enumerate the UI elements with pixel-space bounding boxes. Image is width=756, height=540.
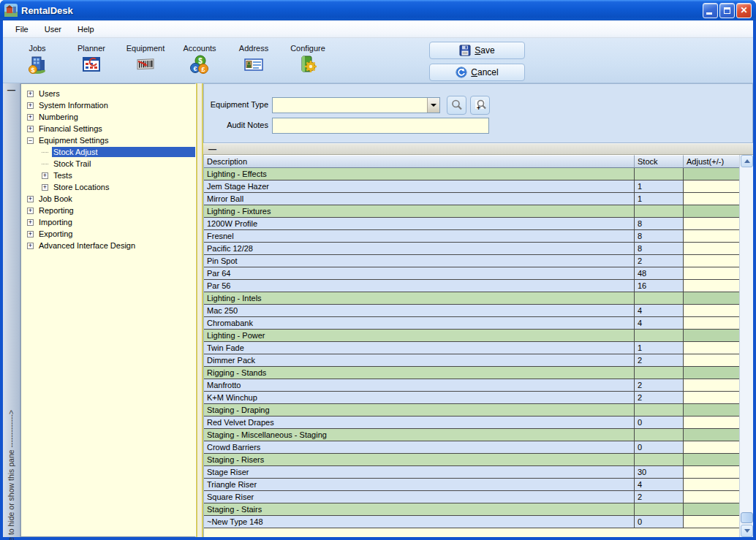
tool-equipment[interactable]: Equipment (118, 44, 173, 75)
table-row[interactable]: K+M Winchup 2 (204, 392, 753, 404)
tree-item[interactable]: + System Information (21, 99, 195, 111)
table-row[interactable]: Par 64 48 (204, 267, 753, 280)
tree-expander-icon[interactable]: + (27, 196, 34, 202)
cell-adjust[interactable] (684, 503, 740, 516)
table-row[interactable]: Lighting - Power (204, 330, 753, 342)
tree-expander-icon[interactable]: + (27, 243, 34, 249)
tree-expander-icon[interactable]: − (27, 137, 34, 144)
table-row[interactable]: Pacific 12/28 8 (204, 243, 753, 255)
tree-expander-icon[interactable]: + (27, 208, 34, 214)
table-row[interactable]: Par 56 16 (204, 280, 753, 292)
tree-expander-icon[interactable]: + (27, 126, 34, 132)
minimize-button[interactable] (703, 3, 718, 18)
collapse-section-button[interactable]: — (208, 145, 216, 153)
scrollbar-thumb[interactable] (741, 512, 753, 523)
tree-item[interactable]: + Financial Settings (21, 123, 195, 134)
cancel-button[interactable]: Cancel (429, 64, 525, 81)
pane-splitter[interactable] (196, 83, 203, 537)
table-row[interactable]: Jem Stage Hazer 1 (204, 180, 753, 193)
table-row[interactable]: Chromabank 4 (204, 317, 753, 330)
cell-adjust[interactable] (684, 317, 740, 330)
table-row[interactable]: Staging - Stairs (204, 503, 753, 516)
menu-help[interactable]: Help (71, 23, 101, 36)
titlebar[interactable]: RentalDesk ✕ (0, 0, 756, 20)
cell-adjust[interactable] (684, 267, 740, 280)
cell-adjust[interactable] (684, 168, 740, 180)
table-row[interactable]: Mirror Ball 1 (204, 193, 753, 205)
cell-adjust[interactable] (684, 280, 740, 292)
cell-adjust[interactable] (684, 292, 740, 305)
cell-adjust[interactable] (684, 218, 740, 230)
tree-item[interactable]: + Importing (21, 216, 195, 228)
menu-user[interactable]: User (38, 23, 68, 36)
table-row[interactable]: Pin Spot 2 (204, 255, 753, 267)
column-header-description[interactable]: Description (204, 155, 635, 168)
tool-accounts[interactable]: Accounts $ € £ (173, 44, 227, 75)
cell-adjust[interactable] (684, 379, 740, 392)
tree-expander-icon[interactable]: + (27, 114, 34, 121)
scroll-up-button[interactable] (741, 155, 753, 167)
table-row[interactable]: ~New Type 148 0 (204, 516, 753, 528)
table-row[interactable]: Manfrotto 2 (204, 379, 753, 392)
cell-adjust[interactable] (684, 230, 740, 243)
table-row[interactable]: 1200W Profile 8 (204, 218, 753, 230)
tree-expander-icon[interactable]: + (27, 231, 34, 237)
tree-item[interactable]: Stock Trail (21, 158, 195, 170)
cell-adjust[interactable] (684, 193, 740, 205)
table-row[interactable]: Stage Riser 30 (204, 466, 753, 479)
cell-adjust[interactable] (684, 417, 740, 429)
cell-adjust[interactable] (684, 392, 740, 404)
tree-expander-icon[interactable]: + (27, 219, 34, 226)
table-row[interactable]: Staging - Risers (204, 454, 753, 466)
tree-item[interactable]: Stock Adjust (21, 146, 195, 158)
tree-item[interactable]: + Exporting (21, 228, 195, 240)
table-row[interactable]: Rigging - Stands (204, 367, 753, 379)
tree-expander-icon[interactable] (42, 164, 48, 164)
tree-item[interactable]: − Equipment Settings (21, 134, 195, 146)
scroll-down-button[interactable] (741, 525, 753, 537)
table-row[interactable]: Square Riser 2 (204, 491, 753, 503)
audit-notes-input[interactable] (272, 118, 489, 134)
table-row[interactable]: Lighting - Effects (204, 168, 753, 180)
table-row[interactable]: Crowd Barriers 0 (204, 441, 753, 454)
cell-adjust[interactable] (684, 454, 740, 466)
column-header-stock[interactable]: Stock (635, 155, 684, 168)
tree-item[interactable]: + Users (21, 88, 195, 99)
table-row[interactable]: Dimmer Pack 2 (204, 354, 753, 367)
cell-adjust[interactable] (684, 243, 740, 255)
table-row[interactable]: Triangle Riser 4 (204, 479, 753, 491)
tool-configure[interactable]: Configure (281, 44, 335, 75)
save-button[interactable]: Save (429, 42, 525, 59)
cell-adjust[interactable] (684, 479, 740, 491)
cell-adjust[interactable] (684, 180, 740, 193)
search-add-button[interactable]: + (470, 96, 490, 115)
cell-adjust[interactable] (684, 342, 740, 354)
menu-file[interactable]: File (9, 23, 35, 36)
tool-address[interactable]: Address (227, 44, 281, 75)
cell-adjust[interactable] (684, 255, 740, 267)
tree-expander-icon[interactable]: + (27, 91, 34, 97)
chevron-down-icon[interactable] (427, 98, 439, 113)
table-row[interactable]: Lighting - Fixtures (204, 205, 753, 218)
tree-expander-icon[interactable]: + (27, 102, 34, 109)
tree-item[interactable]: + Store Locations (21, 181, 195, 193)
maximize-button[interactable] (719, 3, 735, 18)
close-button[interactable]: ✕ (736, 3, 752, 18)
equipment-type-select[interactable] (272, 97, 440, 113)
column-header-adjust[interactable]: Adjust(+/-) (684, 155, 740, 168)
cell-adjust[interactable] (684, 404, 740, 417)
cell-adjust[interactable] (684, 354, 740, 367)
search-button[interactable] (447, 96, 466, 115)
tree-expander-icon[interactable]: + (42, 184, 48, 191)
cell-adjust[interactable] (684, 429, 740, 441)
cell-adjust[interactable] (684, 441, 740, 454)
cell-adjust[interactable] (684, 367, 740, 379)
tree-item[interactable]: + Advanced Interface Design (21, 240, 195, 251)
hide-pane-button[interactable]: — (3, 85, 20, 94)
table-row[interactable]: Lighting - Intels (204, 292, 753, 305)
tree-item[interactable]: + Tests (21, 170, 195, 181)
table-row[interactable]: Fresnel 8 (204, 230, 753, 243)
tool-planner[interactable]: Planner (64, 44, 118, 75)
tree-expander-icon[interactable] (42, 152, 48, 153)
table-row[interactable]: Staging - Draping (204, 404, 753, 417)
